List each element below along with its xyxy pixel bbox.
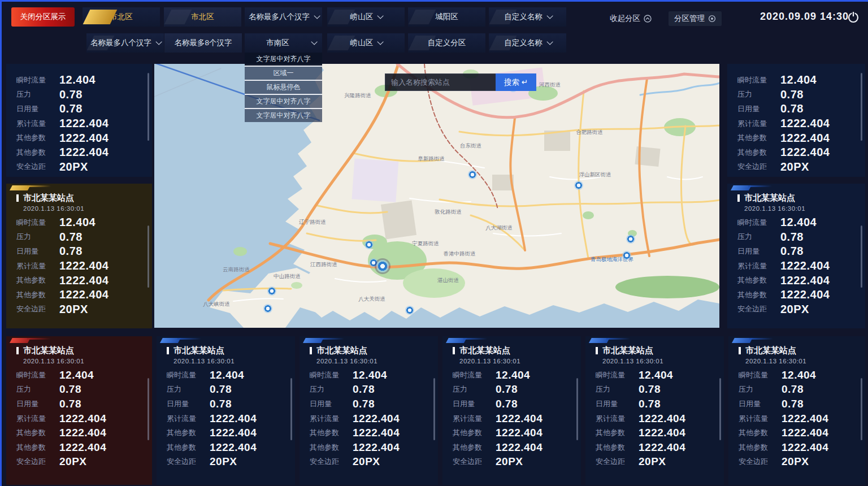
scrollbar[interactable] bbox=[861, 225, 862, 288]
metric-value: 0.78 bbox=[782, 398, 804, 410]
metric-label: 压力 bbox=[16, 232, 59, 242]
tab-label: 名称最多8个汉字 bbox=[174, 38, 232, 47]
metric-label: 其他参数 bbox=[16, 442, 59, 453]
station-marker[interactable] bbox=[622, 251, 631, 260]
scrollbar[interactable] bbox=[147, 73, 149, 141]
chevron-down-icon bbox=[155, 38, 162, 45]
metric-value: 12.404 bbox=[780, 73, 817, 86]
stats-panel-right-top: 瞬时流量12.404压力0.78日用量0.78累计流量1222.404其他参数1… bbox=[727, 64, 865, 177]
metric-label: 累计流量 bbox=[453, 414, 496, 424]
corner-decoration bbox=[729, 185, 780, 191]
metric-row: 日用量0.78 bbox=[16, 102, 146, 116]
metric-value: 0.78 bbox=[210, 383, 232, 396]
metric-row: 日用量0.78 bbox=[310, 397, 432, 411]
city-map[interactable]: 河西街道兴隆路街道合肥路街道浮山新区街道台东街道阜新路街道敦化路街道八大湖街道辽… bbox=[154, 64, 719, 328]
metric-row: 其他参数1222.404 bbox=[167, 440, 289, 455]
station-title: 市北某某站点 bbox=[737, 193, 865, 203]
scrollbar[interactable] bbox=[861, 73, 862, 141]
metric-label: 压力 bbox=[737, 232, 780, 242]
metric-label: 安全边距 bbox=[16, 162, 59, 172]
metric-row: 累计流量1222.404 bbox=[453, 411, 575, 426]
metric-row: 其他参数1222.404 bbox=[739, 426, 860, 440]
dropdown-item[interactable]: 鼠标悬停色 bbox=[245, 80, 322, 94]
metric-row: 其他参数1222.404 bbox=[737, 131, 860, 145]
tab2-name-max8[interactable]: 名称最多八个汉字 bbox=[86, 33, 164, 53]
tab-name-max8[interactable]: 名称最多八个汉字 bbox=[245, 7, 322, 27]
title-bullet-icon bbox=[16, 194, 19, 202]
metric-value: 0.78 bbox=[59, 88, 83, 101]
metric-value: 1222.404 bbox=[59, 427, 106, 439]
station-marker[interactable] bbox=[263, 304, 272, 313]
metric-row: 其他参数1222.404 bbox=[167, 426, 289, 440]
station-timestamp: 2020.1.13 16:30:01 bbox=[316, 358, 438, 364]
metric-value: 20PX bbox=[353, 455, 380, 468]
metric-value: 0.78 bbox=[639, 398, 661, 410]
station-marker[interactable] bbox=[626, 235, 635, 244]
metric-row: 安全边距20PX bbox=[737, 302, 860, 317]
partition-manage-button[interactable]: 分区管理 bbox=[669, 11, 722, 26]
station-timestamp: 2020.1.13 16:30:01 bbox=[744, 205, 865, 212]
collapse-partitions-button[interactable]: 收起分区 bbox=[610, 11, 652, 26]
metrics-list: 瞬时流量12.404压力0.78日用量0.78累计流量1222.404其他参数1… bbox=[728, 364, 865, 469]
scrollbar[interactable] bbox=[433, 378, 435, 440]
tab-custom-name-1[interactable]: 自定义名称 bbox=[489, 7, 566, 27]
metric-row: 压力0.78 bbox=[453, 383, 575, 397]
metric-label: 安全边距 bbox=[739, 457, 782, 467]
close-partition-button[interactable]: 关闭分区展示 bbox=[11, 7, 75, 27]
metric-label: 日用量 bbox=[310, 399, 353, 409]
metric-label: 其他参数 bbox=[737, 275, 780, 285]
power-button[interactable] bbox=[846, 10, 861, 25]
metric-value: 20PX bbox=[639, 455, 666, 468]
dropdown-item[interactable]: 文字居中对齐八字 bbox=[245, 53, 322, 66]
tab-laoshan[interactable]: 崂山区 bbox=[327, 7, 405, 27]
search-input[interactable] bbox=[385, 73, 496, 91]
collapse-label: 收起分区 bbox=[610, 11, 640, 26]
station-marker[interactable] bbox=[405, 306, 414, 315]
metric-value: 1222.404 bbox=[210, 427, 257, 439]
scrollbar[interactable] bbox=[861, 378, 862, 440]
metric-row: 其他参数1222.404 bbox=[453, 440, 575, 455]
tab-shibei-active[interactable]: 市北区 bbox=[83, 7, 160, 27]
scrollbar[interactable] bbox=[290, 378, 292, 440]
search-button[interactable]: 搜索 ↵ bbox=[496, 73, 536, 91]
scrollbar[interactable] bbox=[576, 378, 578, 440]
tab2-laoshan[interactable]: 崂山区 bbox=[327, 33, 405, 53]
metric-row: 累计流量1222.404 bbox=[739, 411, 860, 426]
dropdown-item[interactable]: 文字居中对齐八字 bbox=[245, 94, 322, 108]
title-bullet-icon bbox=[739, 347, 741, 354]
chevron-down-icon bbox=[314, 12, 320, 19]
metric-row: 瞬时流量12.404 bbox=[737, 215, 860, 230]
metric-value: 1222.404 bbox=[210, 441, 257, 454]
metric-row: 其他参数1222.404 bbox=[453, 426, 575, 440]
metric-label: 瞬时流量 bbox=[16, 75, 59, 85]
tab2-shinan-open[interactable]: 市南区 bbox=[245, 33, 322, 53]
metric-label: 压力 bbox=[310, 384, 353, 394]
tab-chengyang[interactable]: 城阳区 bbox=[408, 7, 485, 27]
station-marker[interactable] bbox=[267, 287, 276, 296]
metric-label: 累计流量 bbox=[310, 414, 353, 424]
title-bullet-icon bbox=[167, 347, 169, 354]
dropdown-item[interactable]: 区域一 bbox=[245, 66, 322, 80]
tab-shibei-2[interactable]: 市北区 bbox=[164, 7, 241, 27]
corner-decoration bbox=[158, 338, 209, 344]
station-marker[interactable] bbox=[468, 170, 477, 179]
dropdown-item[interactable]: 文字居中对齐八字 bbox=[245, 108, 322, 122]
scrollbar[interactable] bbox=[147, 225, 149, 288]
tab-label: 市北区 bbox=[191, 12, 214, 21]
tab2-custom-name[interactable]: 自定义名称 bbox=[489, 33, 566, 53]
metric-value: 1222.404 bbox=[59, 146, 108, 159]
station-marker[interactable] bbox=[364, 240, 374, 249]
metric-row: 压力0.78 bbox=[596, 383, 718, 397]
metric-label: 瞬时流量 bbox=[167, 370, 210, 380]
corner-decoration bbox=[8, 185, 59, 191]
scrollbar[interactable] bbox=[719, 378, 721, 440]
scrollbar[interactable] bbox=[147, 378, 149, 440]
metric-row: 安全边距20PX bbox=[310, 455, 432, 470]
tab2-name-max8b[interactable]: 名称最多8个汉字 bbox=[164, 33, 242, 53]
metric-row: 累计流量1222.404 bbox=[16, 116, 146, 131]
metric-value: 12.404 bbox=[780, 216, 817, 229]
station-marker[interactable] bbox=[574, 181, 583, 190]
tab2-custom-zone[interactable]: 自定义分区 bbox=[408, 33, 485, 53]
metric-row: 压力0.78 bbox=[16, 383, 146, 397]
metric-row: 瞬时流量12.404 bbox=[16, 73, 146, 88]
